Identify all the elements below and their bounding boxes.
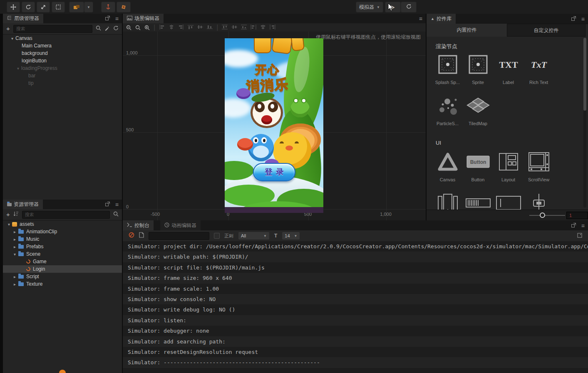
tab-custom-widgets[interactable]: 自定义控件 — [507, 24, 586, 37]
tree-node-texture[interactable]: Texture — [3, 280, 122, 288]
library-scrollbar[interactable] — [583, 38, 586, 207]
log-level-dropdown[interactable]: All ▼ — [238, 232, 270, 240]
library-item-rich-text[interactable]: TxT Rich Text — [523, 54, 554, 85]
tab-widget-library[interactable]: ▲ 控件库 — [427, 14, 456, 24]
simulator-dropdown[interactable]: 模拟器 ▼ — [356, 2, 383, 12]
align-middle-v-icon[interactable] — [197, 24, 203, 31]
popup-panel-icon[interactable] — [571, 15, 576, 23]
tab-builtin-widgets[interactable]: 内置控件 — [427, 24, 507, 37]
library-item-particlesystem[interactable]: ParticleS... — [432, 95, 463, 126]
distribute-bottom-icon[interactable] — [241, 24, 247, 31]
login-button[interactable]: 登录 — [253, 163, 295, 181]
library-item-tiledmap[interactable]: TiledMap — [463, 95, 493, 126]
tree-node-assets-root[interactable]: assets — [3, 220, 122, 228]
picker-icon[interactable] — [104, 25, 110, 32]
panel-menu-icon[interactable] — [581, 222, 585, 230]
rotate-tool-button[interactable] — [22, 2, 35, 12]
library-item-scrollview[interactable]: ScrollView — [523, 151, 554, 182]
add-node-button[interactable] — [6, 25, 10, 32]
align-left-icon[interactable] — [159, 24, 165, 31]
tree-node-scene-folder[interactable]: Scene — [3, 250, 122, 258]
library-item-splash-sprite[interactable]: Splash Sp... — [432, 54, 463, 85]
tree-node-script[interactable]: Script — [3, 273, 122, 280]
tab-animation-editor[interactable]: 动画编辑器 — [160, 220, 201, 230]
console-detach-icon[interactable] — [577, 232, 582, 240]
tab-console[interactable]: 控制台 — [123, 220, 154, 230]
align-right-icon[interactable] — [178, 24, 184, 31]
distribute-top-icon[interactable] — [222, 24, 228, 31]
distribute-right-icon[interactable] — [270, 24, 275, 31]
popup-panel-icon[interactable] — [571, 222, 576, 230]
zoom-slider-track[interactable] — [529, 215, 565, 216]
regex-checkbox[interactable] — [214, 233, 220, 239]
zoom-slider-knob[interactable] — [540, 212, 545, 218]
console-log-list[interactable]: Simulator: project dir: /Users/looffer/A… — [123, 241, 588, 373]
caret-down-icon[interactable] — [17, 65, 19, 71]
caret-right-icon[interactable] — [14, 236, 16, 242]
coordinate-toggle-button[interactable] — [101, 2, 115, 12]
console-filter-input[interactable] — [149, 232, 209, 240]
search-icon[interactable] — [113, 211, 119, 218]
zoom-out-icon[interactable] — [126, 25, 131, 30]
panel-menu-icon[interactable] — [115, 15, 119, 22]
distribute-left-icon[interactable] — [251, 24, 256, 31]
tree-node-game-scene[interactable]: Game — [3, 258, 122, 265]
tree-node-animationclip[interactable]: AnimationClip — [3, 228, 122, 235]
tree-node-loginbutton[interactable]: loginButton — [3, 57, 122, 64]
tree-node-main-camera[interactable]: Main Camera — [3, 42, 122, 49]
zoom-value-field[interactable]: 1 — [566, 212, 588, 219]
rect-tool-button[interactable] — [52, 2, 65, 12]
clear-console-icon[interactable] — [129, 232, 134, 240]
tab-scene-editor[interactable]: 场景编辑器 — [123, 14, 164, 23]
distribute-middle-icon[interactable] — [231, 24, 237, 31]
scrollbar-thumb[interactable] — [583, 38, 586, 111]
tab-assets[interactable]: 资源管理器 — [3, 200, 43, 209]
caret-right-icon[interactable] — [14, 229, 16, 235]
tab-hierarchy[interactable]: 层级管理器 — [3, 14, 43, 23]
sort-icon[interactable] — [13, 211, 19, 218]
library-item-sprite[interactable]: Sprite — [463, 54, 493, 85]
refresh-preview-button[interactable] — [401, 2, 417, 12]
caret-down-icon[interactable] — [11, 35, 13, 41]
pivot-dropdown-button[interactable]: ▼ — [84, 2, 93, 12]
hierarchy-search-input[interactable] — [13, 25, 92, 33]
caret-down-icon[interactable] — [8, 221, 10, 227]
tree-node-canvas[interactable]: Canvas — [3, 35, 122, 42]
popup-panel-icon[interactable] — [105, 15, 110, 22]
popup-panel-icon[interactable] — [105, 201, 110, 208]
library-item-label[interactable]: TXT Label — [493, 54, 523, 85]
tree-node-prefabs[interactable]: Prefabs — [3, 243, 122, 250]
tree-node-bar[interactable]: bar — [3, 72, 122, 79]
gizmo-toggle-button[interactable] — [117, 2, 131, 12]
open-log-file-icon[interactable] — [139, 232, 144, 240]
tree-node-tip[interactable]: tip — [3, 79, 122, 87]
library-item-canvas[interactable]: Canvas — [432, 151, 463, 182]
align-center-h-icon[interactable] — [169, 24, 174, 31]
library-item-layout[interactable]: Layout — [493, 151, 523, 182]
panel-menu-icon[interactable] — [115, 201, 119, 208]
game-scene-preview[interactable]: 开心 消消乐 — [225, 38, 323, 213]
tree-node-music[interactable]: Music — [3, 235, 122, 243]
caret-right-icon[interactable] — [14, 274, 16, 279]
caret-down-icon[interactable] — [14, 251, 16, 257]
panel-menu-icon[interactable] — [581, 15, 585, 23]
refresh-icon[interactable] — [113, 25, 119, 32]
distribute-center-icon[interactable] — [260, 24, 266, 31]
zoom-in-icon[interactable] — [144, 25, 150, 30]
tree-node-loadingprogress[interactable]: loadingProgress — [3, 64, 122, 72]
pivot-toggle-button[interactable] — [69, 2, 84, 12]
assets-search-input[interactable] — [22, 211, 110, 219]
add-asset-button[interactable] — [6, 211, 10, 218]
scene-viewport[interactable]: 1,000 500 0 -500 0 500 1,000 使用鼠标右键平移视图焦… — [123, 32, 426, 220]
font-size-dropdown[interactable]: 14 ▼ — [282, 232, 300, 240]
search-icon[interactable] — [96, 25, 101, 32]
align-bottom-icon[interactable] — [207, 24, 213, 31]
caret-right-icon[interactable] — [14, 244, 16, 249]
zoom-reset-icon[interactable] — [135, 25, 141, 30]
panel-menu-icon[interactable] — [419, 15, 422, 22]
align-top-icon[interactable] — [188, 24, 194, 31]
tree-node-login-scene[interactable]: Login — [3, 265, 122, 273]
library-item-button[interactable]: Button Button — [463, 151, 493, 182]
caret-right-icon[interactable] — [14, 281, 16, 287]
move-tool-button[interactable] — [7, 2, 20, 12]
